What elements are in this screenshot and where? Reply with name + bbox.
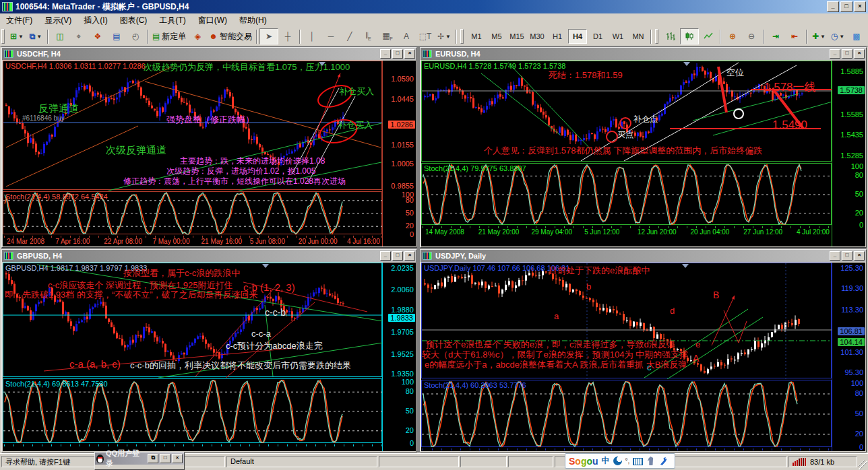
menu-item-3[interactable]: 图表(C) bbox=[114, 13, 154, 28]
minimize-button[interactable]: _ bbox=[827, 1, 839, 12]
gbpusd-time-axis[interactable] bbox=[4, 444, 383, 454]
chart-close-button[interactable]: × bbox=[854, 251, 865, 261]
menu-item-5[interactable]: 窗口(W) bbox=[192, 13, 233, 28]
toolbar-grip-3[interactable] bbox=[655, 29, 658, 44]
auto-scroll-button[interactable]: ⇥ bbox=[766, 28, 785, 44]
crosshair-tool-button[interactable]: ┼ bbox=[278, 28, 297, 44]
timeframe-w1-button[interactable]: W1 bbox=[609, 29, 627, 44]
timeframe-m1-button[interactable]: M1 bbox=[467, 29, 486, 44]
candlestick-chart-button[interactable] bbox=[680, 28, 699, 44]
sogou-logo[interactable]: Sogou bbox=[569, 456, 598, 467]
usdjpy-price-scale[interactable]: 125.30119.30113.30106.81104.14101.3095.3… bbox=[832, 263, 865, 451]
qq-maximize-button[interactable]: □ bbox=[160, 454, 170, 463]
menu-item-2[interactable]: 插入(I) bbox=[78, 13, 113, 28]
chart-title-bar[interactable]: USDCHF, H4 _ □ × bbox=[2, 48, 416, 60]
hline-tool-button[interactable]: ─ bbox=[321, 28, 340, 44]
sogou-settings-icon[interactable] bbox=[658, 457, 667, 465]
chart-title-bar[interactable]: GBPUSD, H4 _ □ × bbox=[2, 250, 416, 262]
menu-item-0[interactable]: 文件(F) bbox=[0, 13, 38, 28]
bar-chart-button[interactable] bbox=[661, 28, 680, 44]
maximize-button[interactable]: □ bbox=[840, 1, 852, 12]
usdchf-time-axis[interactable]: 24 Mar 20087 Apr 16:0022 Apr 08:007 May … bbox=[4, 236, 383, 245]
timeframe-m15-button[interactable]: M15 bbox=[507, 29, 526, 44]
chart-restore-button[interactable]: □ bbox=[392, 251, 403, 261]
usdchf-main-plot[interactable]: USDCHF,H4 1.0306 1.0311 1.0277 1.0286次级趋… bbox=[3, 61, 382, 190]
new-order-button[interactable]: ▤新定单 bbox=[150, 28, 188, 44]
chart-body-usdchf[interactable]: USDCHF,H4 1.0306 1.0311 1.0277 1.0286次级趋… bbox=[3, 61, 416, 246]
timeframe-d1-button[interactable]: D1 bbox=[588, 29, 607, 44]
zoom-in-button[interactable]: ⊕ bbox=[723, 28, 742, 44]
chart-minimize-button[interactable]: _ bbox=[830, 49, 840, 59]
menu-item-1[interactable]: 显示(V) bbox=[38, 13, 78, 28]
qq-close-button[interactable]: × bbox=[172, 454, 183, 463]
chart-close-button[interactable]: × bbox=[404, 49, 415, 59]
eurusd-time-axis[interactable]: 14 May 200821 May 20:0029 May 04:005 Jun… bbox=[423, 226, 833, 236]
eurusd-stoch-plot[interactable]: Stoch(21,4,4) 79.5775 63.8307 bbox=[421, 163, 832, 225]
chart-minimize-button[interactable]: _ bbox=[380, 49, 391, 59]
zoom-out-button[interactable]: ⊖ bbox=[742, 28, 761, 44]
sogou-lang-toggle[interactable]: 中 bbox=[602, 455, 610, 467]
gbpusd-price-scale[interactable]: 2.02352.00601.98801.98331.97051.95251.93… bbox=[382, 263, 416, 451]
market-watch-button[interactable]: ◫ bbox=[51, 28, 69, 44]
chart-restore-button[interactable]: □ bbox=[842, 251, 852, 261]
chart-close-button[interactable]: × bbox=[854, 49, 865, 59]
usdjpy-stoch-plot[interactable]: Stoch(21,4,4) 60.2063 53.7776 bbox=[421, 380, 832, 447]
new-chart-button[interactable]: ⊞▼ bbox=[7, 28, 26, 44]
expert-advisor-button[interactable]: ☻智能交易 bbox=[207, 28, 254, 44]
usdchf-price-scale[interactable]: 1.05901.04451.02861.01551.00050.98551008… bbox=[382, 61, 416, 246]
chart-close-button[interactable]: × bbox=[404, 251, 415, 261]
history-center-button[interactable]: ◴ bbox=[126, 28, 145, 44]
fibonacci-tool-button[interactable]: 𝄃E bbox=[359, 28, 378, 44]
favorites-button[interactable]: ❖ bbox=[88, 28, 107, 44]
menu-item-6[interactable]: 帮助(H) bbox=[233, 13, 273, 28]
chart-body-gbpusd[interactable]: GBPUSD,H4 1.9817 1.9837 1.9797 1.9833按浪型… bbox=[3, 263, 416, 451]
profiles-button[interactable]: ⧉▼ bbox=[26, 28, 45, 44]
line-chart-button[interactable] bbox=[699, 28, 718, 44]
cursor-tool-button[interactable]: ➤ bbox=[259, 28, 278, 44]
chart-title-bar[interactable]: USDJPY, Daily _ □ × bbox=[421, 250, 866, 262]
chart-restore-button[interactable]: □ bbox=[392, 49, 403, 59]
timeframe-m30-button[interactable]: M30 bbox=[528, 29, 547, 44]
chart-title-bar[interactable]: EURUSD, H4 _ □ × bbox=[421, 48, 866, 60]
close-button[interactable]: × bbox=[854, 1, 866, 12]
vline-tool-button[interactable]: │ bbox=[303, 28, 321, 44]
chart-shift-button[interactable]: ⇤ bbox=[785, 28, 804, 44]
template-colors-button[interactable]: ▩ bbox=[847, 28, 866, 44]
chart-window-usdchf[interactable]: USDCHF, H4 _ □ × USDCHF,H4 1.0306 1.0311… bbox=[1, 47, 417, 248]
periods-button[interactable]: ◷▼ bbox=[828, 28, 847, 44]
gbpusd-stoch-plot[interactable]: Stoch(21,4,4) 69.8613 47.7530 bbox=[3, 378, 382, 443]
chart-window-gbpusd[interactable]: GBPUSD, H4 _ □ × GBPUSD,H4 1.9817 1.9837… bbox=[1, 249, 417, 452]
chart-minimize-button[interactable]: _ bbox=[380, 251, 391, 261]
gbpusd-main-plot[interactable]: GBPUSD,H4 1.9817 1.9837 1.9797 1.9833按浪型… bbox=[3, 263, 382, 377]
sogou-punct-icon[interactable]: °, bbox=[625, 457, 630, 465]
timeframe-h1-button[interactable]: H1 bbox=[548, 29, 567, 44]
timeframe-mn-button[interactable]: MN bbox=[629, 29, 648, 44]
eurusd-price-scale[interactable]: 1.58851.57381.55851.54351.52851008050200 bbox=[832, 61, 865, 246]
text-label-tool-button[interactable]: ⬚T bbox=[416, 28, 435, 44]
chart-window-usdjpy[interactable]: USDJPY, Daily _ □ × USDJPY,Daily 107.46 … bbox=[420, 249, 867, 452]
chart-restore-button[interactable]: □ bbox=[842, 49, 852, 59]
timeframe-h4-button[interactable]: H4 bbox=[568, 29, 587, 44]
toolbar-grip-2[interactable] bbox=[460, 29, 464, 44]
qq-restore-button[interactable]: ⧉ bbox=[148, 454, 158, 463]
text-tool-button[interactable]: A bbox=[397, 28, 416, 44]
indicators-button[interactable]: ✚▼ bbox=[809, 28, 828, 44]
chart-window-eurusd[interactable]: EURUSD, H4 _ □ × EURUSD,H4 1.5728 1.5749… bbox=[420, 47, 867, 248]
usdchf-stoch-plot[interactable]: Stoch(21,4,4) 58.8972 64.5424 bbox=[3, 191, 382, 234]
trendline-tool-button[interactable]: ╱ bbox=[340, 28, 359, 44]
sogou-fullhalf-icon[interactable] bbox=[613, 457, 622, 465]
arrows-tool-button[interactable]: ✢▼ bbox=[435, 28, 454, 44]
grid-tool-button[interactable]: ▦F bbox=[378, 28, 397, 44]
sogou-input-bar[interactable]: Sogou 中 °, bbox=[565, 453, 675, 469]
toolbar-grip[interactable] bbox=[1, 29, 5, 44]
crosshair-target-button[interactable]: ⌖ bbox=[69, 28, 88, 44]
alert-button[interactable]: ◈ bbox=[188, 28, 207, 44]
usdjpy-main-plot[interactable]: USDJPY,Daily 107.46 107.66 106.68 106.81… bbox=[421, 263, 832, 378]
chart-body-usdjpy[interactable]: USDJPY,Daily 107.46 107.66 106.68 106.81… bbox=[421, 263, 865, 451]
chart-body-eurusd[interactable]: EURUSD,H4 1.5728 1.5749 1.5723 1.5738死结：… bbox=[421, 61, 865, 246]
sogou-hand-icon[interactable] bbox=[646, 457, 655, 465]
qq-login-window[interactable]: QQ用户登录 ⧉ □ × bbox=[94, 452, 185, 470]
chart-minimize-button[interactable]: _ bbox=[830, 251, 840, 261]
sogou-keyboard-icon[interactable] bbox=[633, 458, 643, 465]
timeframe-m5-button[interactable]: M5 bbox=[487, 29, 506, 44]
